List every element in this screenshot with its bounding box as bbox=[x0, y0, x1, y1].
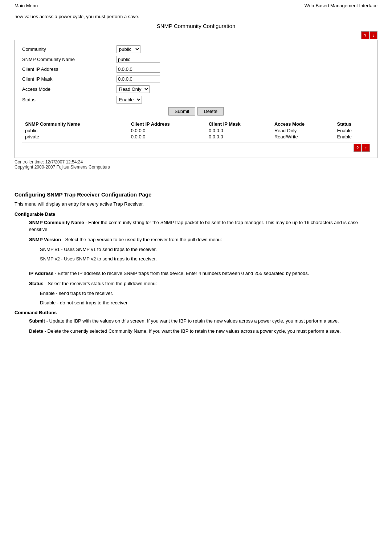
header-left: Main Menu bbox=[15, 3, 38, 8]
field-status: Status Enable Disable bbox=[22, 96, 370, 104]
controller-time: Controller time: 12/7/2007 12:54:24 bbox=[15, 159, 377, 165]
doc-snmp-version-text: SNMP Version - Select the trap version t… bbox=[29, 236, 377, 243]
table-section: SNMP Community Name Client IP Address Cl… bbox=[22, 121, 370, 140]
label-status: Status bbox=[22, 97, 117, 102]
field-community: Community public private bbox=[22, 45, 370, 53]
copyright: Copyright 2000-2007 Fujitsu Siemens Comp… bbox=[15, 165, 377, 170]
button-row: Submit Delete bbox=[22, 107, 370, 116]
doc-snmp-v2-item: SNMP v2 - Uses SNMP v2 to send traps to … bbox=[15, 255, 377, 263]
doc-heading: Configuring SNMP Trap Receiver Configura… bbox=[15, 191, 377, 198]
label-access-mode: Access Mode bbox=[22, 86, 117, 92]
doc-enable-item: Enable - send traps to the receiver. bbox=[15, 290, 377, 297]
nav-scroll-down-icon[interactable]: ↓ bbox=[369, 31, 377, 39]
field-client-ip-mask: Client IP Mask bbox=[22, 76, 370, 82]
submit-button[interactable]: Submit bbox=[168, 107, 195, 116]
doc-ip-address-text: IP Address - Enter the IP address to rec… bbox=[29, 270, 377, 277]
col-header-snmp-community-name: SNMP Community Name bbox=[22, 121, 128, 127]
label-client-ip-address: Client IP Address bbox=[22, 66, 117, 72]
label-snmp-community-name: SNMP Community Name bbox=[22, 57, 117, 62]
doc-enable-text: Enable - send traps to the receiver. bbox=[40, 290, 377, 297]
label-client-ip-mask: Client IP Mask bbox=[22, 76, 117, 82]
doc-delete-item: Delete - Delete the currently selected C… bbox=[15, 328, 377, 335]
configurable-data-heading: Configurable Data bbox=[15, 211, 377, 217]
doc-disable-item: Disable - do not send traps to the recei… bbox=[15, 299, 377, 307]
field-access-mode: Access Mode Read Only Read/Write bbox=[22, 85, 370, 93]
doc-snmp-v2-text: SNMP v2 - Uses SNMP v2 to send traps to … bbox=[40, 255, 377, 263]
doc-submit-text: Submit - Update the IBP with the values … bbox=[29, 317, 377, 325]
nav-scroll-up-icon[interactable]: ↑ bbox=[362, 144, 370, 152]
table-cell: 0.0.0.0 bbox=[206, 127, 271, 134]
table-cell: 0.0.0.0 bbox=[128, 134, 206, 140]
command-buttons-heading: Command Buttons bbox=[15, 310, 377, 315]
input-snmp-community-name[interactable] bbox=[117, 56, 160, 63]
select-access-mode[interactable]: Read Only Read/Write bbox=[117, 85, 150, 93]
select-status[interactable]: Enable Disable bbox=[117, 96, 142, 104]
col-header-access-mode: Access Mode bbox=[271, 121, 334, 127]
doc-snmp-v1-text: SNMP v1 - Uses SNMP v1 to send traps to … bbox=[40, 246, 377, 253]
header-right: Web-Based Management Interface bbox=[305, 3, 377, 8]
doc-status-item: Status - Select the receiver's status fr… bbox=[15, 280, 377, 287]
table-cell: Enable bbox=[334, 134, 370, 140]
doc-section: Configuring SNMP Trap Receiver Configura… bbox=[0, 177, 392, 348]
field-snmp-community-name: SNMP Community Name bbox=[22, 56, 370, 63]
doc-snmp-community-name-text: SNMP Community Name - Enter the communit… bbox=[29, 219, 377, 233]
delete-button[interactable]: Delete bbox=[197, 107, 224, 116]
doc-snmp-v1-item: SNMP v1 - Uses SNMP v1 to send traps to … bbox=[15, 246, 377, 253]
table-cell: 0.0.0.0 bbox=[128, 127, 206, 134]
field-client-ip-address: Client IP Address bbox=[22, 66, 370, 73]
table-cell: public bbox=[22, 127, 128, 134]
col-header-client-ip-mask: Client IP Mask bbox=[206, 121, 271, 127]
table-row: private0.0.0.00.0.0.0Read/WriteEnable bbox=[22, 134, 370, 140]
section-title: SNMP Community Configuration bbox=[15, 23, 377, 29]
input-client-ip-address[interactable] bbox=[117, 66, 160, 73]
doc-snmp-community-name-item: SNMP Community Name - Enter the communit… bbox=[15, 219, 377, 233]
col-header-status: Status bbox=[334, 121, 370, 127]
nav-icon-top[interactable]: ? bbox=[361, 31, 369, 39]
intro-text: new values across a power cycle, you mus… bbox=[15, 14, 377, 19]
community-table: SNMP Community Name Client IP Address Cl… bbox=[22, 121, 370, 140]
label-community: Community bbox=[22, 46, 117, 52]
table-cell: Enable bbox=[334, 127, 370, 134]
table-row: public0.0.0.00.0.0.0Read OnlyEnable bbox=[22, 127, 370, 134]
doc-delete-text: Delete - Delete the currently selected C… bbox=[29, 328, 377, 335]
table-cell: Read Only bbox=[271, 127, 334, 134]
config-box: Community public private SNMP Community … bbox=[15, 40, 377, 158]
doc-status-text: Status - Select the receiver's status fr… bbox=[29, 280, 377, 287]
input-client-ip-mask[interactable] bbox=[117, 76, 160, 82]
col-header-client-ip-address: Client IP Address bbox=[128, 121, 206, 127]
nav-icon-bottom[interactable]: ? bbox=[354, 144, 362, 152]
table-cell: Read/Write bbox=[271, 134, 334, 140]
doc-intro: This menu will display an entry for ever… bbox=[15, 200, 377, 208]
doc-ip-address-item: IP Address - Enter the IP address to rec… bbox=[15, 270, 377, 277]
doc-snmp-version-item: SNMP Version - Select the trap version t… bbox=[15, 236, 377, 243]
doc-disable-text: Disable - do not send traps to the recei… bbox=[40, 299, 377, 307]
table-cell: private bbox=[22, 134, 128, 140]
select-community[interactable]: public private bbox=[117, 45, 140, 53]
doc-submit-item: Submit - Update the IBP with the values … bbox=[15, 317, 377, 325]
table-cell: 0.0.0.0 bbox=[206, 134, 271, 140]
